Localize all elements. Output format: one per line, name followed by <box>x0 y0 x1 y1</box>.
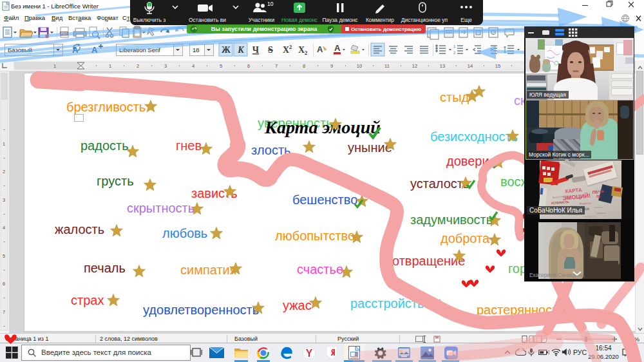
svg-text:Выключить з: Выключить з <box>133 17 166 23</box>
svg-text:5: 5 <box>3 253 5 259</box>
svg-text:6: 6 <box>3 281 5 287</box>
svg-text:4: 4 <box>3 225 5 231</box>
svg-text:Комментир: Комментир <box>366 17 394 23</box>
svg-text:7: 7 <box>3 309 5 315</box>
svg-text:Остановить ви: Остановить ви <box>189 17 226 23</box>
svg-text:Еще: Еще <box>460 17 472 23</box>
svg-text:10: 10 <box>267 1 274 7</box>
svg-text:1: 1 <box>3 141 5 147</box>
svg-text:Дистанционное уп: Дистанционное уп <box>401 17 448 23</box>
svg-text:Пауза демонс: Пауза демонс <box>322 17 358 23</box>
svg-text:2: 2 <box>3 169 5 175</box>
svg-text:3: 3 <box>3 197 5 203</box>
svg-text:Участники: Участники <box>249 17 275 23</box>
svg-text:Новая демонс: Новая демонс <box>281 17 318 23</box>
